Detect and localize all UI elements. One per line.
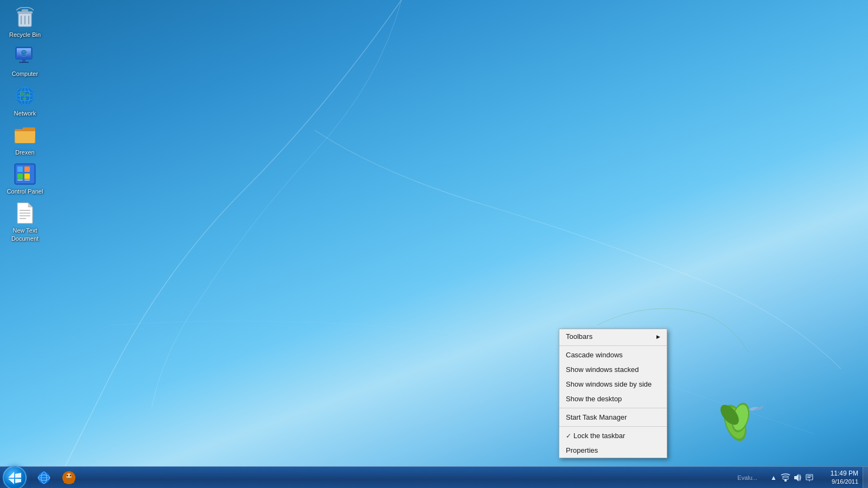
svg-rect-50: [784, 479, 787, 481]
context-menu-item-toolbars[interactable]: Toolbars: [559, 329, 667, 344]
new-text-document-label: New Text Document: [5, 227, 45, 242]
recycle-bin-label: Recycle Bin: [9, 31, 41, 38]
system-tray: ▲: [764, 467, 819, 488]
toolbars-label: Toolbars: [566, 332, 592, 341]
context-menu-item-properties[interactable]: Properties: [559, 443, 667, 458]
taskbar-context-menu: Toolbars Cascade windows Show windows st…: [559, 329, 667, 458]
taskbar-items: [29, 467, 731, 488]
desktop-icon-control-panel[interactable]: Control Panel: [3, 159, 47, 198]
menu-divider-3: [559, 426, 667, 427]
tray-expand-button[interactable]: ▲: [768, 472, 779, 483]
tray-network-icon[interactable]: [780, 472, 791, 483]
drexen-folder-icon: [14, 124, 36, 146]
recycle-bin-icon: [14, 6, 36, 29]
show-windows-side-by-side-label: Show windows side by side: [566, 380, 652, 388]
context-menu-item-lock-the-taskbar[interactable]: ✓ Lock the taskbar: [559, 428, 667, 443]
svg-rect-51: [783, 477, 788, 479]
properties-label: Properties: [566, 446, 598, 454]
desktop-icon-drexen[interactable]: Drexen: [3, 120, 47, 159]
control-panel-icon: [14, 163, 36, 185]
start-task-manager-label: Start Task Manager: [566, 413, 627, 421]
svg-point-48: [67, 474, 68, 476]
text-document-icon: [14, 202, 36, 224]
svg-point-2: [729, 401, 752, 434]
secondary-taskbar-icon: [61, 470, 76, 485]
tray-action-center-icon[interactable]: [804, 472, 815, 483]
svg-point-3: [730, 403, 751, 432]
lock-the-taskbar-label: Lock the taskbar: [573, 432, 625, 440]
svg-point-1: [722, 404, 749, 441]
menu-divider-1: [559, 345, 667, 346]
desktop-icon-recycle-bin[interactable]: Recycle Bin: [3, 3, 47, 42]
taskbar-notification-area: Evalu...: [731, 474, 764, 481]
context-menu-item-cascade-windows[interactable]: Cascade windows: [559, 348, 667, 362]
network-icon: [14, 85, 36, 107]
drexen-label: Drexen: [15, 149, 34, 156]
show-the-desktop-label: Show the desktop: [566, 395, 622, 403]
start-orb: [3, 466, 27, 489]
lock-taskbar-checkmark: ✓: [566, 432, 571, 440]
svg-marker-52: [794, 474, 799, 481]
svg-point-0: [719, 402, 751, 444]
svg-point-20: [24, 54, 27, 55]
svg-point-4: [717, 401, 743, 428]
clock-date: 9/16/2011: [832, 478, 858, 485]
svg-point-29: [23, 98, 27, 100]
desktop: Recycle Bin: [0, 0, 868, 488]
cascade-windows-label: Cascade windows: [566, 351, 623, 359]
svg-rect-35: [24, 174, 30, 179]
taskbar-eval-text: Evalu...: [733, 474, 762, 481]
svg-rect-14: [22, 59, 25, 62]
menu-divider-2: [559, 408, 667, 408]
tray-volume-icon[interactable]: [792, 472, 803, 483]
context-menu-item-start-task-manager[interactable]: Start Task Manager: [559, 410, 667, 425]
svg-rect-54: [807, 476, 812, 477]
desktop-icons-container: Recycle Bin: [0, 0, 49, 488]
show-windows-stacked-label: Show windows stacked: [566, 365, 639, 374]
svg-point-19: [22, 51, 25, 53]
clock-area[interactable]: 11:49 PM 9/16/2011: [819, 467, 863, 488]
svg-point-27: [20, 92, 24, 95]
desktop-icon-computer[interactable]: Computer: [3, 42, 47, 81]
svg-rect-55: [807, 477, 810, 478]
taskbar-pinned-item-ie[interactable]: [32, 468, 56, 487]
control-panel-label: Control Panel: [7, 188, 43, 195]
taskbar-pinned-item-secondary[interactable]: [57, 468, 81, 487]
svg-rect-36: [17, 179, 23, 181]
context-menu-item-show-the-desktop[interactable]: Show the desktop: [559, 391, 667, 406]
context-menu-item-show-windows-side-by-side[interactable]: Show windows side by side: [559, 377, 667, 391]
plant-decoration: [700, 385, 770, 455]
ie-icon: [36, 470, 52, 485]
network-label: Network: [14, 110, 36, 117]
computer-icon: [14, 45, 36, 68]
context-menu-item-show-windows-stacked[interactable]: Show windows stacked: [559, 362, 667, 377]
svg-rect-37: [24, 179, 30, 181]
computer-label: Computer: [12, 70, 38, 78]
svg-rect-15: [19, 62, 29, 63]
clock-time: 11:49 PM: [831, 470, 858, 478]
desktop-icon-network[interactable]: Network: [3, 81, 47, 120]
svg-point-28: [26, 94, 29, 96]
svg-rect-33: [24, 166, 30, 172]
start-button[interactable]: [0, 467, 29, 489]
show-desktop-button[interactable]: [863, 467, 868, 489]
desktop-icon-new-text-document[interactable]: New Text Document: [3, 198, 47, 246]
svg-rect-7: [22, 9, 28, 11]
svg-rect-6: [17, 11, 33, 14]
svg-rect-32: [17, 166, 23, 172]
windows-logo-icon: [7, 470, 22, 485]
svg-point-49: [70, 474, 72, 476]
desktop-background-swirls: [0, 0, 868, 488]
taskbar: Evalu... ▲: [0, 466, 868, 488]
svg-rect-34: [17, 174, 23, 179]
